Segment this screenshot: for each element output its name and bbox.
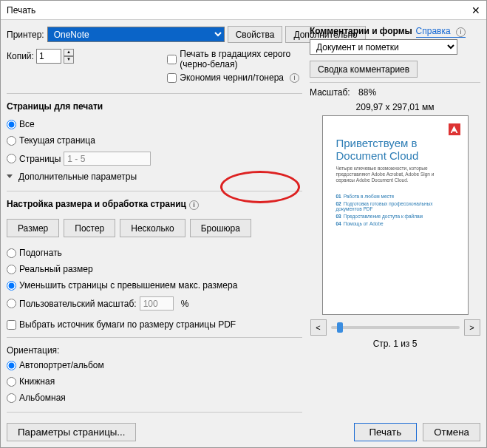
pages-all-radio[interactable]: Все (7, 119, 302, 129)
pages-range-radio[interactable]: Страницы (7, 152, 302, 166)
preview-list-item: 01Работа в любом месте (336, 194, 454, 199)
tab-poster[interactable]: Постер (64, 219, 115, 237)
help-icon: i (456, 27, 466, 37)
info-icon: i (290, 73, 299, 83)
copies-label: Копий: (7, 51, 34, 61)
info-icon: i (189, 200, 199, 210)
summarize-comments-button[interactable]: Сводка комментариев (310, 61, 418, 78)
cancel-button[interactable]: Отмена (423, 423, 480, 441)
print-button[interactable]: Печать (354, 423, 418, 441)
scale-value: 88% (358, 87, 376, 98)
copies-input[interactable] (36, 49, 61, 64)
size-fit-radio[interactable]: Подогнать (7, 248, 302, 258)
percent-label: % (181, 299, 189, 309)
copies-up-icon[interactable]: ▲ (64, 49, 74, 56)
tab-size[interactable]: Размер (7, 219, 59, 237)
adobe-logo-icon (449, 123, 460, 135)
slider-thumb[interactable] (337, 322, 343, 333)
orient-landscape-radio[interactable]: Альбомная (7, 393, 302, 403)
orient-auto-radio[interactable]: Автопортрет/альбом (7, 360, 302, 370)
help-link[interactable]: Справка i (416, 26, 466, 38)
page-dimensions: 209,97 x 297,01 мм (310, 102, 480, 112)
copies-down-icon[interactable]: ▼ (64, 56, 74, 64)
preview-list-item: 02Подготовка готовых профессиональных до… (336, 201, 454, 211)
window-title: Печать (7, 5, 35, 16)
page-slider[interactable] (331, 326, 460, 329)
page-setup-button[interactable]: Параметры страницы... (7, 423, 136, 441)
paper-source-checkbox[interactable]: Выбрать источник бумаги по размеру стран… (7, 319, 302, 330)
close-icon[interactable]: ✕ (471, 4, 480, 16)
tab-booklet[interactable]: Брошюра (190, 219, 251, 237)
preview-list-item: 04Помощь от Adobe (336, 221, 454, 226)
preview-heading: Приветствуем вDocument Cloud (336, 137, 454, 163)
size-shrink-radio[interactable]: Уменьшить страницы с превышением макс. р… (7, 280, 302, 291)
ink-saver-checkbox[interactable]: Экономия чернил/тонераi (167, 72, 302, 83)
pages-more-toggle[interactable]: Дополнительные параметры (7, 172, 302, 182)
pages-section-title: Страницы для печати (7, 101, 302, 112)
page-counter: Стр. 1 из 5 (310, 339, 480, 349)
orientation-section-title: Ориентация: (7, 345, 302, 356)
properties-button[interactable]: Свойства (228, 26, 283, 43)
size-custom-radio[interactable]: Пользовательский масштаб: % (7, 296, 302, 310)
orient-portrait-radio[interactable]: Книжная (7, 376, 302, 387)
printer-label: Принтер: (7, 30, 44, 40)
pages-current-radio[interactable]: Текущая страница (7, 135, 302, 146)
preview-list-item: 03Предоставление доступа к файлам (336, 214, 454, 219)
preview-subtext: Четыре ключевые возможности, которые пре… (336, 166, 454, 183)
sizing-section-title: Настройка размера и обработка страницi (7, 199, 302, 210)
page-preview: Приветствуем вDocument Cloud Четыре ключ… (322, 115, 469, 315)
chevron-down-icon (7, 174, 13, 178)
custom-scale-input[interactable] (140, 296, 174, 310)
grayscale-checkbox[interactable]: Печать в градациях серого (черно-белая) (167, 49, 302, 69)
scale-label: Масштаб: (310, 87, 350, 98)
tab-multiple[interactable]: Несколько (120, 219, 185, 237)
printer-select[interactable]: OneNote (47, 27, 225, 42)
pages-range-input[interactable] (64, 152, 151, 166)
comments-select[interactable]: Документ и пометки (310, 39, 457, 55)
size-actual-radio[interactable]: Реальный размер (7, 264, 302, 274)
next-page-button[interactable]: > (464, 319, 480, 336)
prev-page-button[interactable]: < (310, 319, 327, 336)
